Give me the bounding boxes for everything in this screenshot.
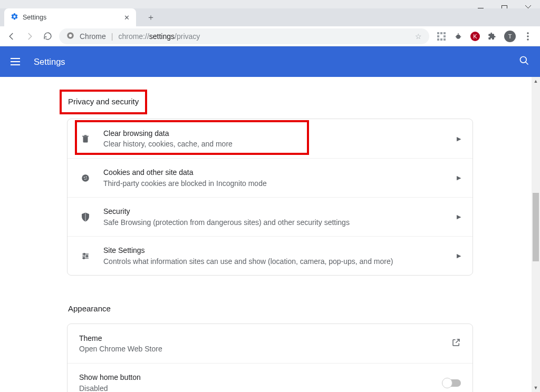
row-title: Theme [79, 333, 440, 344]
content-area: Privacy and security Clear browsing data… [0, 77, 540, 392]
chrome-label: Chrome [80, 32, 106, 41]
scroll-down-icon[interactable]: ▼ [532, 384, 540, 392]
svg-rect-12 [440, 38, 442, 41]
row-cookies[interactable]: Cookies and other site data Third-party … [68, 158, 472, 197]
tab-title: Settings [23, 14, 46, 21]
svg-point-33 [83, 257, 85, 259]
row-subtitle: Third-party cookies are blocked in Incog… [103, 178, 445, 189]
chrome-icon [66, 32, 74, 41]
cookie-icon [79, 172, 92, 184]
row-title: Cookies and other site data [103, 167, 445, 178]
row-subtitle: Disabled [79, 383, 431, 393]
row-subtitle: Clear history, cookies, cache, and more [103, 139, 445, 149]
row-theme[interactable]: Theme Open Chrome Web Store [68, 324, 472, 363]
profile-avatar[interactable]: T [504, 31, 516, 42]
svg-point-23 [82, 174, 89, 182]
svg-rect-6 [437, 32, 439, 34]
chevron-right-icon: ▶ [457, 213, 461, 220]
separator: | [111, 32, 113, 41]
window-titlebar [0, 0, 540, 8]
menu-icon[interactable] [11, 55, 23, 68]
vertical-scrollbar[interactable]: ▲ ▼ [532, 77, 540, 392]
svg-point-25 [86, 176, 87, 177]
row-clear-browsing-data[interactable]: Clear browsing data Clear history, cooki… [68, 119, 472, 158]
appearance-card: Theme Open Chrome Web Store Show home bu… [67, 324, 473, 392]
toolbar-actions: K T [435, 31, 535, 42]
svg-point-24 [84, 177, 85, 178]
back-button[interactable] [5, 30, 18, 43]
reload-button[interactable] [41, 30, 54, 43]
privacy-card: Clear browsing data Clear history, cooki… [67, 119, 473, 276]
row-title: Security [103, 206, 445, 217]
tab-close-icon[interactable]: ✕ [124, 14, 130, 22]
qr-icon[interactable] [437, 32, 446, 41]
svg-point-20 [527, 38, 528, 40]
shield-icon [79, 211, 92, 223]
sliders-icon [79, 250, 92, 262]
extensions-puzzle-icon[interactable] [487, 32, 497, 41]
forward-button[interactable] [23, 30, 36, 43]
gear-icon [11, 13, 18, 22]
svg-point-31 [83, 253, 85, 254]
svg-point-5 [69, 34, 72, 37]
row-security[interactable]: Security Safe Browsing (protection from … [68, 197, 472, 236]
svg-rect-8 [443, 32, 446, 34]
scrollbar-thumb[interactable] [533, 193, 539, 261]
row-subtitle: Safe Browsing (protection from dangerous… [103, 217, 445, 228]
svg-point-26 [84, 179, 85, 180]
svg-point-27 [86, 178, 87, 179]
chevron-right-icon: ▶ [457, 174, 461, 181]
new-tab-button[interactable]: ＋ [143, 10, 158, 25]
svg-line-22 [526, 62, 528, 65]
extension-k-icon[interactable]: K [470, 32, 480, 41]
svg-rect-13 [443, 38, 446, 41]
svg-rect-11 [437, 38, 439, 41]
address-bar[interactable]: Chrome | chrome://settings/privacy ☆ [59, 28, 429, 44]
browser-toolbar: Chrome | chrome://settings/privacy ☆ K T [0, 26, 540, 46]
svg-point-32 [86, 255, 88, 257]
chevron-right-icon: ▶ [457, 135, 461, 142]
settings-header: Settings [0, 46, 540, 77]
scroll-up-icon[interactable]: ▲ [532, 77, 540, 85]
svg-rect-10 [443, 35, 446, 37]
svg-point-19 [527, 35, 528, 37]
settings-title: Settings [34, 57, 65, 67]
highlight-box: Privacy and security [60, 90, 147, 114]
row-title: Site Settings [103, 245, 445, 256]
bookmark-star-icon[interactable]: ☆ [415, 32, 422, 41]
svg-rect-9 [437, 35, 439, 37]
row-subtitle: Open Chrome Web Store [79, 344, 440, 354]
bug-icon[interactable] [454, 32, 463, 41]
row-title: Show home button [79, 372, 431, 383]
section-heading-appearance: Appearance [67, 299, 473, 324]
row-subtitle: Controls what information sites can use … [103, 256, 445, 267]
svg-point-18 [527, 32, 528, 34]
row-title: Clear browsing data [103, 128, 445, 139]
row-show-home-button[interactable]: Show home button Disabled [68, 363, 472, 392]
trash-icon [79, 132, 92, 145]
url-text: chrome://settings/privacy [118, 32, 200, 41]
browser-tab-settings[interactable]: Settings ✕ [4, 8, 136, 26]
tab-strip: Settings ✕ ＋ [0, 8, 540, 26]
section-heading-privacy: Privacy and security [68, 97, 139, 106]
row-site-settings[interactable]: Site Settings Controls what information … [68, 236, 472, 275]
chevron-right-icon: ▶ [457, 252, 461, 259]
toggle-switch[interactable] [443, 379, 461, 387]
menu-dots-icon[interactable] [523, 32, 533, 41]
search-icon[interactable] [519, 55, 529, 68]
svg-point-21 [520, 57, 527, 63]
open-external-icon [451, 338, 461, 349]
svg-rect-7 [440, 32, 442, 34]
